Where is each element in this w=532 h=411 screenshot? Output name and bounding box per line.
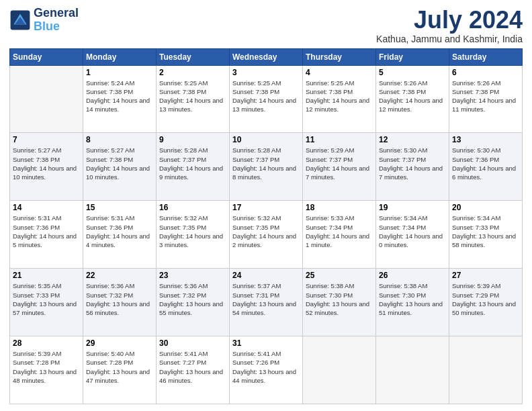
calendar-cell [10, 65, 83, 133]
calendar-cell: 27Sunrise: 5:39 AMSunset: 7:29 PMDayligh… [449, 269, 523, 336]
day-info: Sunrise: 5:30 AMSunset: 7:37 PMDaylight:… [379, 146, 446, 181]
day-number: 11 [306, 135, 373, 144]
weekday-header-monday: Monday [83, 48, 157, 65]
day-info: Sunrise: 5:24 AMSunset: 7:38 PMDaylight:… [86, 79, 153, 114]
week-row-4: 21Sunrise: 5:35 AMSunset: 7:33 PMDayligh… [10, 269, 523, 336]
day-info: Sunrise: 5:36 AMSunset: 7:32 PMDaylight:… [159, 281, 226, 317]
logo-text: General Blue [34, 7, 79, 34]
day-number: 24 [232, 271, 300, 280]
day-info: Sunrise: 5:27 AMSunset: 7:38 PMDaylight:… [13, 146, 80, 181]
day-info: Sunrise: 5:25 AMSunset: 7:38 PMDaylight:… [306, 79, 373, 114]
calendar-cell: 6Sunrise: 5:26 AMSunset: 7:38 PMDaylight… [449, 65, 523, 133]
weekday-header-saturday: Saturday [449, 48, 523, 65]
day-info: Sunrise: 5:31 AMSunset: 7:36 PMDaylight:… [13, 214, 80, 249]
month-title: July 2024 [376, 7, 523, 34]
calendar-cell: 18Sunrise: 5:33 AMSunset: 7:34 PMDayligh… [303, 201, 376, 269]
day-info: Sunrise: 5:39 AMSunset: 7:29 PMDaylight:… [452, 281, 519, 317]
day-number: 1 [86, 68, 153, 77]
weekday-header-wednesday: Wednesday [230, 48, 303, 65]
day-info: Sunrise: 5:32 AMSunset: 7:35 PMDaylight:… [232, 214, 300, 249]
day-number: 9 [159, 135, 226, 144]
day-number: 16 [159, 203, 226, 212]
day-number: 19 [379, 203, 446, 212]
day-info: Sunrise: 5:26 AMSunset: 7:38 PMDaylight:… [379, 79, 446, 114]
weekday-header-sunday: Sunday [10, 48, 83, 65]
day-number: 21 [13, 271, 80, 280]
week-row-1: 1Sunrise: 5:24 AMSunset: 7:38 PMDaylight… [10, 65, 523, 133]
calendar-cell: 25Sunrise: 5:38 AMSunset: 7:30 PMDayligh… [303, 269, 376, 336]
day-info: Sunrise: 5:27 AMSunset: 7:38 PMDaylight:… [86, 146, 153, 181]
day-info: Sunrise: 5:35 AMSunset: 7:33 PMDaylight:… [13, 281, 80, 317]
day-info: Sunrise: 5:29 AMSunset: 7:37 PMDaylight:… [306, 146, 373, 181]
day-number: 17 [232, 203, 300, 212]
page: General Blue July 2024 Kathua, Jammu and… [0, 0, 532, 411]
day-number: 13 [452, 135, 519, 144]
day-info: Sunrise: 5:25 AMSunset: 7:38 PMDaylight:… [159, 79, 226, 114]
calendar-cell: 1Sunrise: 5:24 AMSunset: 7:38 PMDaylight… [83, 65, 157, 133]
day-info: Sunrise: 5:40 AMSunset: 7:28 PMDaylight:… [86, 349, 153, 385]
calendar-cell: 4Sunrise: 5:25 AMSunset: 7:38 PMDaylight… [303, 65, 376, 133]
day-number: 26 [379, 271, 446, 280]
calendar-cell: 3Sunrise: 5:25 AMSunset: 7:38 PMDaylight… [230, 65, 303, 133]
calendar-cell: 23Sunrise: 5:36 AMSunset: 7:32 PMDayligh… [157, 269, 230, 336]
calendar-cell: 9Sunrise: 5:28 AMSunset: 7:37 PMDaylight… [157, 133, 230, 201]
calendar-cell: 24Sunrise: 5:37 AMSunset: 7:31 PMDayligh… [230, 269, 303, 336]
calendar-cell: 16Sunrise: 5:32 AMSunset: 7:35 PMDayligh… [157, 201, 230, 269]
day-number: 29 [86, 338, 153, 348]
logo: General Blue [9, 7, 79, 34]
day-info: Sunrise: 5:34 AMSunset: 7:34 PMDaylight:… [379, 214, 446, 249]
weekday-header-thursday: Thursday [303, 48, 376, 65]
day-number: 3 [232, 68, 300, 77]
day-number: 10 [232, 135, 300, 144]
title-section: July 2024 Kathua, Jammu and Kashmir, Ind… [376, 7, 523, 44]
day-number: 31 [232, 338, 300, 348]
week-row-5: 28Sunrise: 5:39 AMSunset: 7:28 PMDayligh… [10, 336, 523, 404]
day-number: 15 [86, 203, 153, 212]
calendar-cell: 20Sunrise: 5:34 AMSunset: 7:33 PMDayligh… [449, 201, 523, 269]
calendar-cell [449, 336, 523, 404]
week-row-2: 7Sunrise: 5:27 AMSunset: 7:38 PMDaylight… [10, 133, 523, 201]
weekday-header-tuesday: Tuesday [157, 48, 230, 65]
day-number: 14 [13, 203, 80, 212]
day-info: Sunrise: 5:38 AMSunset: 7:30 PMDaylight:… [379, 281, 446, 317]
day-number: 2 [159, 68, 226, 77]
day-info: Sunrise: 5:33 AMSunset: 7:34 PMDaylight:… [306, 214, 373, 249]
calendar-cell: 22Sunrise: 5:36 AMSunset: 7:32 PMDayligh… [83, 269, 157, 336]
day-info: Sunrise: 5:25 AMSunset: 7:38 PMDaylight:… [232, 79, 300, 114]
day-info: Sunrise: 5:34 AMSunset: 7:33 PMDaylight:… [452, 214, 519, 249]
day-number: 28 [13, 338, 80, 348]
week-row-3: 14Sunrise: 5:31 AMSunset: 7:36 PMDayligh… [10, 201, 523, 269]
calendar-cell: 14Sunrise: 5:31 AMSunset: 7:36 PMDayligh… [10, 201, 83, 269]
calendar-cell: 10Sunrise: 5:28 AMSunset: 7:37 PMDayligh… [230, 133, 303, 201]
calendar-cell: 30Sunrise: 5:41 AMSunset: 7:27 PMDayligh… [157, 336, 230, 404]
day-number: 22 [86, 271, 153, 280]
calendar-cell: 5Sunrise: 5:26 AMSunset: 7:38 PMDaylight… [376, 65, 449, 133]
day-number: 6 [452, 68, 519, 77]
day-info: Sunrise: 5:41 AMSunset: 7:26 PMDaylight:… [232, 349, 300, 385]
day-number: 23 [159, 271, 226, 280]
calendar-cell: 12Sunrise: 5:30 AMSunset: 7:37 PMDayligh… [376, 133, 449, 201]
day-info: Sunrise: 5:28 AMSunset: 7:37 PMDaylight:… [232, 146, 300, 181]
day-info: Sunrise: 5:37 AMSunset: 7:31 PMDaylight:… [232, 281, 300, 317]
calendar-cell: 29Sunrise: 5:40 AMSunset: 7:28 PMDayligh… [83, 336, 157, 404]
day-info: Sunrise: 5:32 AMSunset: 7:35 PMDaylight:… [159, 214, 226, 249]
day-info: Sunrise: 5:26 AMSunset: 7:38 PMDaylight:… [452, 79, 519, 114]
day-number: 18 [306, 203, 373, 212]
day-number: 25 [306, 271, 373, 280]
calendar-cell: 31Sunrise: 5:41 AMSunset: 7:26 PMDayligh… [230, 336, 303, 404]
day-number: 7 [13, 135, 80, 144]
day-number: 8 [86, 135, 153, 144]
day-number: 27 [452, 271, 519, 280]
day-number: 12 [379, 135, 446, 144]
calendar-cell: 21Sunrise: 5:35 AMSunset: 7:33 PMDayligh… [10, 269, 83, 336]
calendar-cell: 8Sunrise: 5:27 AMSunset: 7:38 PMDaylight… [83, 133, 157, 201]
day-info: Sunrise: 5:41 AMSunset: 7:27 PMDaylight:… [159, 349, 226, 385]
calendar-cell: 19Sunrise: 5:34 AMSunset: 7:34 PMDayligh… [376, 201, 449, 269]
day-info: Sunrise: 5:39 AMSunset: 7:28 PMDaylight:… [13, 349, 80, 385]
header: General Blue July 2024 Kathua, Jammu and… [9, 7, 523, 44]
calendar-cell: 28Sunrise: 5:39 AMSunset: 7:28 PMDayligh… [10, 336, 83, 404]
day-number: 20 [452, 203, 519, 212]
location: Kathua, Jammu and Kashmir, India [376, 34, 523, 44]
day-info: Sunrise: 5:30 AMSunset: 7:36 PMDaylight:… [452, 146, 519, 181]
day-info: Sunrise: 5:36 AMSunset: 7:32 PMDaylight:… [86, 281, 153, 317]
